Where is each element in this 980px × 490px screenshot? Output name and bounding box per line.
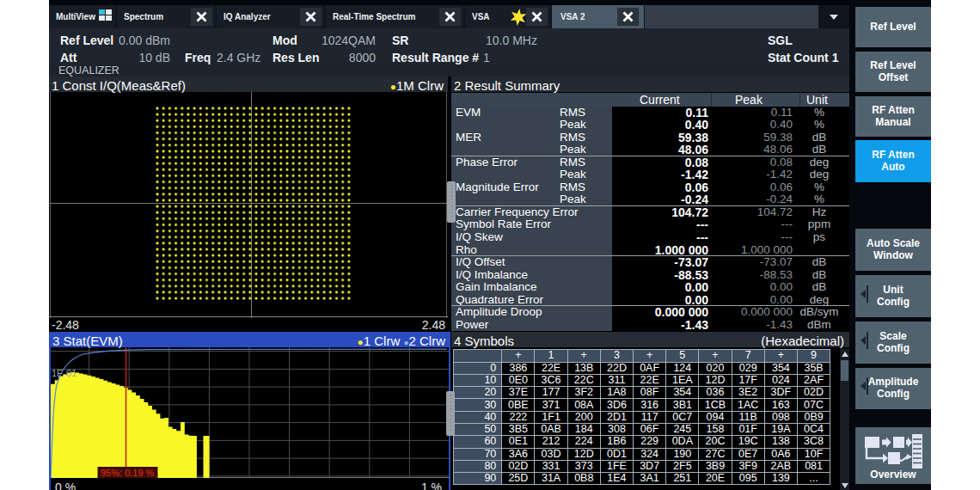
svg-text:95%: 0.19 %: 95%: 0.19 % [101,468,155,478]
svg-text:1E-01: 1E-01 [52,368,77,378]
